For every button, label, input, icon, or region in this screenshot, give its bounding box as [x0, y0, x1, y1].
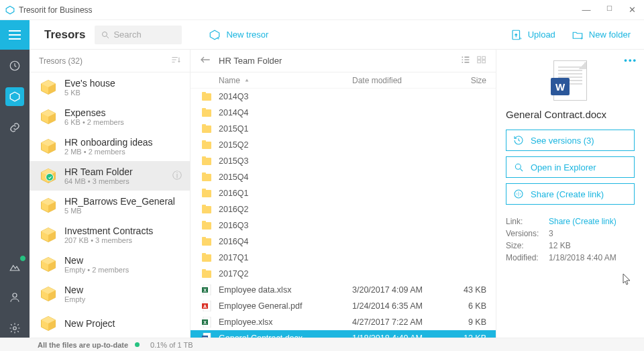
upload-button[interactable]: + Upload [511, 29, 555, 41]
folder-icon [202, 222, 211, 230]
tresor-name: HR onboarding ideas [64, 137, 153, 148]
tresors-sort-button[interactable] [171, 56, 180, 66]
view-list-button[interactable] [461, 56, 470, 66]
col-name[interactable]: Name [219, 76, 240, 85]
tresor-name: Investment Contracts [64, 225, 153, 236]
file-row[interactable]: 2016Q2 [191, 201, 496, 217]
file-size: 6 KB [446, 301, 486, 311]
file-name: General Contract.docx [219, 334, 352, 338]
file-row[interactable]: 2016Q1 [191, 185, 496, 201]
xlsx-icon: X [202, 285, 211, 295]
grid-view-icon [477, 56, 486, 64]
tresor-item[interactable]: HR onboarding ideas2 MB • 2 members [30, 132, 190, 161]
rail-links[interactable] [5, 118, 24, 137]
new-folder-label: New folder [589, 30, 631, 40]
file-row[interactable]: 2015Q4 [191, 169, 496, 185]
col-date[interactable]: Date modified [352, 76, 446, 85]
upload-label: Upload [528, 30, 555, 40]
cube-icon [9, 91, 21, 103]
svg-marker-0 [6, 6, 14, 14]
files-panel: HR Team Folder Name Date modified Size 2… [191, 50, 496, 338]
file-row[interactable]: AEmployee General.pdf1/24/2014 6:35 AM6 … [191, 298, 496, 314]
tresor-info-button[interactable]: ⓘ [172, 170, 182, 182]
file-row[interactable]: 2017Q2 [191, 266, 496, 282]
tresor-item[interactable]: HR_Barrows Eve_General5 MB [30, 191, 190, 220]
svg-point-61 [515, 164, 521, 169]
gear-icon [9, 322, 21, 334]
see-versions-button[interactable]: See versions (3) [506, 130, 635, 151]
open-explorer-button[interactable]: Open in Explorer [506, 156, 635, 178]
file-row[interactable]: 2014Q4 [191, 105, 496, 121]
share-button[interactable]: Share (Create link) [506, 183, 635, 205]
share-icon [513, 189, 524, 199]
new-tresor-label: New tresor [226, 30, 268, 40]
new-tresor-button[interactable]: + New tresor [209, 29, 268, 41]
tresor-item[interactable]: New Project [30, 309, 190, 338]
search-input[interactable]: Search [95, 26, 182, 44]
file-size: 12 KB [446, 334, 486, 338]
file-row[interactable]: 2016Q3 [191, 217, 496, 234]
file-name: 2016Q4 [219, 237, 352, 246]
file-name: Employee.xlsx [219, 317, 352, 327]
file-name: 2014Q3 [219, 92, 352, 101]
file-row[interactable]: 2017Q1 [191, 250, 496, 266]
share-label: Share (Create link) [531, 189, 604, 199]
meta-link-value[interactable]: Share (Create link) [549, 217, 616, 226]
file-row[interactable]: XEmployee data.xlsx3/20/2017 4:09 AM43 K… [191, 282, 496, 298]
toolbar: Tresors Search + New tresor + Upload + N… [0, 20, 644, 50]
tresor-name: HR_Barrows Eve_General [64, 196, 175, 207]
col-size[interactable]: Size [446, 76, 486, 85]
tresor-item[interactable]: NewEmpty [30, 279, 190, 309]
file-row[interactable]: 2015Q3 [191, 153, 496, 169]
svg-text:X: X [203, 320, 207, 325]
tresor-icon [39, 107, 58, 126]
tresor-item[interactable]: Eve's house5 KB [30, 72, 190, 102]
new-folder-button[interactable]: + New folder [572, 29, 631, 41]
file-row[interactable]: WGeneral Contract.docx1/18/2018 4:40 AM1… [191, 330, 496, 338]
window-close-button[interactable]: ✕ [625, 5, 639, 15]
folder-icon [202, 158, 211, 165]
folder-icon [202, 174, 211, 181]
file-row[interactable]: 2016Q4 [191, 234, 496, 250]
rail-tresors[interactable] [5, 87, 24, 106]
file-size: 43 KB [446, 285, 486, 295]
tresor-item[interactable]: Investment Contracts207 KB • 3 members [30, 220, 190, 250]
file-row[interactable]: XEmployee.xlsx4/27/2017 7:22 AM9 KB [191, 314, 496, 330]
docx-icon: W [202, 333, 211, 338]
link-icon [9, 121, 21, 134]
window-minimize-button[interactable]: — [580, 5, 593, 15]
rail-recents[interactable] [5, 56, 24, 75]
rail-sync-status[interactable] [5, 257, 24, 276]
sync-dot-icon [135, 342, 140, 347]
file-date: 4/27/2017 7:22 AM [352, 317, 446, 327]
nav-rail [0, 50, 30, 338]
tresor-icon [39, 314, 58, 333]
details-title: General Contract.docx [506, 109, 635, 120]
search-placeholder: Search [113, 30, 141, 40]
page-title: Tresors [44, 28, 85, 42]
details-more-button[interactable]: ••• [624, 55, 637, 65]
history-icon [513, 135, 524, 146]
tresor-item[interactable]: HR Team Folder64 MB • 3 membersⓘ [30, 161, 190, 191]
meta-modified-key: Modified: [506, 253, 549, 262]
tresor-meta: Empty • 2 members [64, 266, 129, 274]
tresor-name: New Project [64, 318, 115, 329]
hamburger-menu-button[interactable] [0, 20, 30, 50]
window-maximize-button[interactable]: ☐ [602, 5, 616, 15]
file-name: 2017Q1 [219, 253, 352, 262]
file-row[interactable]: 2015Q2 [191, 137, 496, 153]
svg-point-10 [13, 293, 17, 297]
tresor-item[interactable]: Expenses6 KB • 2 members [30, 102, 190, 132]
file-row[interactable]: 2015Q1 [191, 121, 496, 137]
svg-marker-9 [10, 92, 19, 101]
view-grid-button[interactable] [477, 56, 486, 66]
meta-versions-key: Versions: [506, 229, 549, 238]
file-name: 2015Q2 [219, 140, 352, 150]
rail-settings[interactable] [5, 319, 24, 338]
tresors-panel: Tresors (32) Eve's house5 KBExpenses6 KB… [30, 50, 191, 338]
tresor-item[interactable]: NewEmpty • 2 members [30, 250, 190, 279]
rail-account[interactable] [5, 288, 24, 307]
back-button[interactable] [200, 56, 211, 66]
file-row[interactable]: 2014Q3 [191, 89, 496, 105]
tresor-name: New [64, 285, 85, 295]
